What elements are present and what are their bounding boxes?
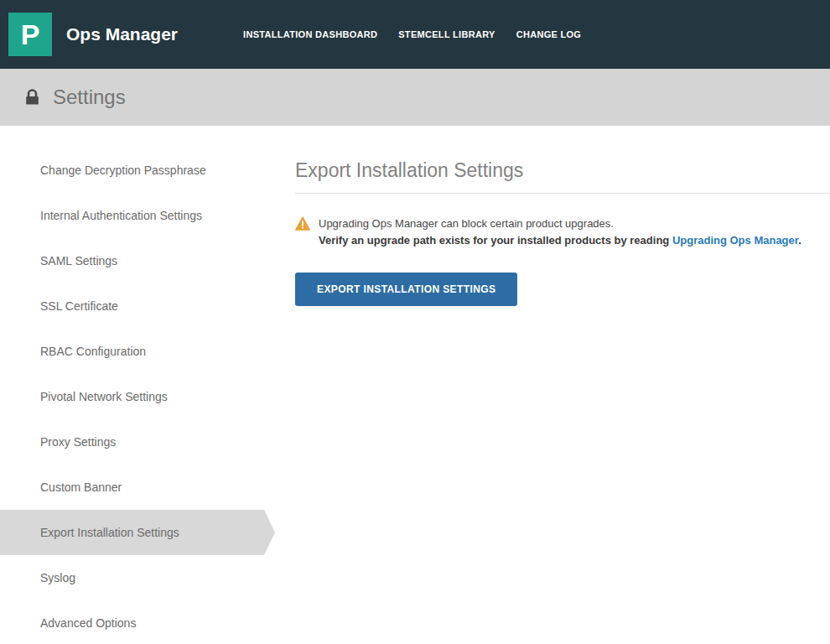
settings-header: Settings bbox=[0, 69, 830, 126]
warning-line2-suffix: . bbox=[798, 234, 801, 247]
sidebar-item-label: Proxy Settings bbox=[40, 435, 116, 449]
sidebar-item-label: RBAC Configuration bbox=[40, 345, 146, 358]
sidebar-item[interactable]: Syslog bbox=[0, 555, 264, 600]
warning-icon bbox=[295, 216, 310, 249]
sidebar-item[interactable]: Advanced Options bbox=[0, 600, 264, 644]
sidebar-item-label: Advanced Options bbox=[40, 616, 136, 630]
sidebar-item-label: Export Installation Settings bbox=[40, 526, 179, 539]
warning-banner: Upgrading Ops Manager can block certain … bbox=[295, 216, 830, 249]
brand: P Ops Manager bbox=[8, 13, 178, 56]
sidebar-item-label: Pivotal Network Settings bbox=[40, 390, 168, 403]
sidebar-item[interactable]: Proxy Settings bbox=[0, 419, 264, 465]
warning-line2: Verify an upgrade path exists for your i… bbox=[319, 232, 801, 249]
sidebar-item[interactable]: Custom Banner bbox=[0, 465, 264, 510]
main-panel: Export Installation Settings Upgrading O… bbox=[295, 126, 830, 644]
pivotal-logo[interactable]: P bbox=[8, 13, 52, 56]
warning-text: Upgrading Ops Manager can block certain … bbox=[319, 216, 801, 249]
sidebar-item[interactable]: RBAC Configuration bbox=[0, 329, 264, 374]
section-title: Export Installation Settings bbox=[295, 159, 830, 194]
export-installation-settings-button[interactable]: EXPORT INSTALLATION SETTINGS bbox=[295, 273, 517, 306]
sidebar-item-label: Change Decryption Passphrase bbox=[40, 164, 206, 177]
sidebar-item[interactable]: Change Decryption Passphrase bbox=[0, 148, 264, 193]
logo-letter: P bbox=[21, 20, 40, 49]
sidebar-item[interactable]: SAML Settings bbox=[0, 238, 264, 283]
app-title: Ops Manager bbox=[66, 24, 178, 44]
sidebar-item-label: Custom Banner bbox=[40, 480, 122, 494]
sidebar-item-label: Internal Authentication Settings bbox=[40, 209, 202, 222]
top-navbar: P Ops Manager INSTALLATION DASHBOARD STE… bbox=[0, 0, 830, 69]
sidebar-item[interactable]: Pivotal Network Settings bbox=[0, 374, 264, 419]
warning-line2-prefix: Verify an upgrade path exists for your i… bbox=[319, 234, 672, 247]
sidebar-item[interactable]: SSL Certificate bbox=[0, 283, 264, 329]
sidebar-item[interactable]: Export Installation Settings bbox=[0, 510, 264, 555]
nav-change-log[interactable]: CHANGE LOG bbox=[516, 29, 582, 39]
lock-icon bbox=[25, 89, 39, 106]
sidebar-item[interactable]: Internal Authentication Settings bbox=[0, 193, 264, 238]
sidebar-item-label: SAML Settings bbox=[40, 254, 117, 267]
warning-line1: Upgrading Ops Manager can block certain … bbox=[319, 216, 801, 232]
nav-links: INSTALLATION DASHBOARD STEMCELL LIBRARY … bbox=[243, 29, 602, 39]
sidebar-list: Change Decryption PassphraseInternal Aut… bbox=[0, 126, 295, 644]
content-area: Change Decryption PassphraseInternal Aut… bbox=[0, 126, 830, 644]
nav-stemcell-library[interactable]: STEMCELL LIBRARY bbox=[398, 29, 495, 39]
page-title: Settings bbox=[53, 86, 126, 109]
sidebar-item-label: Syslog bbox=[40, 571, 75, 584]
nav-installation-dashboard[interactable]: INSTALLATION DASHBOARD bbox=[243, 29, 377, 39]
sidebar-item-label: SSL Certificate bbox=[40, 299, 118, 313]
upgrading-ops-manager-link[interactable]: Upgrading Ops Manager bbox=[672, 234, 798, 247]
